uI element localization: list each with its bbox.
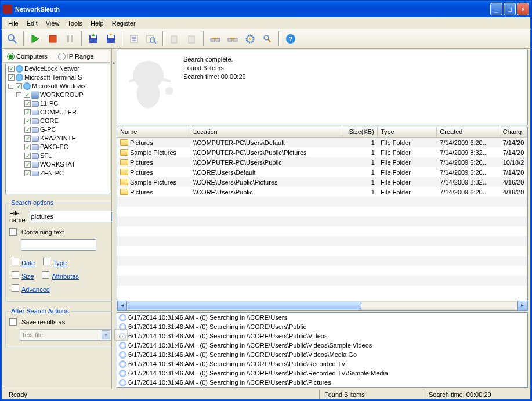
table-row[interactable]: Pictures\\CORE\Users\Public1File Folder7… [117, 187, 527, 197]
log-row[interactable]: i6/17/2014 10:31:46 AM - (0) Searching i… [117, 359, 527, 369]
filename-combo[interactable]: ▼ [30, 211, 122, 222]
filename-input[interactable] [31, 213, 111, 220]
tree-node-label[interactable]: WORKGROUP [40, 91, 84, 99]
menu-help[interactable]: Help [86, 19, 108, 28]
tree-checkbox[interactable]: ✓ [24, 127, 31, 133]
col-type[interactable]: Type [378, 127, 437, 137]
list-button[interactable] [126, 31, 142, 47]
tree-node-label[interactable]: Microsoft Windows [32, 82, 85, 91]
menu-file[interactable]: File [4, 19, 23, 28]
scroll-left-button[interactable]: ◄ [117, 301, 127, 310]
tree-expander[interactable]: − [8, 84, 13, 89]
maximize-button[interactable]: □ [504, 3, 516, 15]
advanced-link[interactable]: Advanced [21, 286, 50, 293]
advanced-checkbox[interactable] [12, 284, 19, 292]
log-row[interactable]: i6/17/2014 10:31:46 AM - (0) Searching i… [117, 378, 527, 387]
tree-checkbox[interactable]: ✓ [24, 170, 31, 176]
tree-node-label[interactable]: 11-PC [40, 99, 58, 108]
radio-iprange[interactable]: IP Range [58, 53, 94, 60]
radio-computers[interactable]: Computers [7, 53, 48, 60]
radio-iprange-input[interactable] [58, 53, 66, 60]
radio-computers-input[interactable] [7, 53, 15, 60]
menu-view[interactable]: View [42, 19, 64, 28]
menu-register[interactable]: Register [108, 19, 140, 28]
search-options-button[interactable] [259, 31, 276, 47]
close-button[interactable]: × [517, 3, 529, 15]
col-name[interactable]: Name [117, 127, 190, 137]
tree-checkbox[interactable]: ✓ [24, 153, 31, 159]
log-row[interactable]: i6/17/2014 10:31:46 AM - (0) Searching i… [117, 322, 527, 331]
tree-checkbox[interactable]: ✓ [24, 161, 31, 168]
browse-button[interactable]: ... [114, 329, 128, 341]
tree-checkbox[interactable]: ✓ [24, 100, 31, 107]
type-link[interactable]: Type [53, 259, 67, 266]
load-button[interactable] [103, 31, 119, 47]
tree-node-label[interactable]: DeviceLock Networ [24, 64, 79, 73]
tree-node-label[interactable]: G-PC [40, 125, 56, 134]
network2-button[interactable] [225, 31, 241, 47]
tree-checkbox[interactable]: ✓ [8, 74, 15, 81]
log-row[interactable]: i6/17/2014 10:31:46 AM - (0) Searching i… [117, 313, 527, 322]
log-row[interactable]: i6/17/2014 10:31:46 AM - (0) Searching i… [117, 369, 527, 378]
tree-node-label[interactable]: PAKO-PC [40, 143, 68, 151]
scroll-right-button[interactable]: ► [517, 301, 527, 310]
table-row[interactable]: Sample Pictures\\CORE\Users\Public\Pictu… [117, 177, 527, 187]
titlebar[interactable]: NetworkSleuth _ □ × [1, 1, 531, 17]
help-button[interactable]: ? [283, 31, 299, 47]
attrs-checkbox[interactable] [42, 271, 49, 279]
tree-node-label[interactable]: SFL [40, 151, 52, 160]
size-checkbox[interactable] [12, 271, 19, 279]
log-row[interactable]: i6/17/2014 10:31:46 AM - (0) Searching i… [117, 350, 527, 359]
tree-checkbox[interactable]: ✓ [24, 144, 31, 150]
log-row[interactable]: i6/17/2014 10:31:46 AM - (0) Searching i… [117, 341, 527, 350]
tree-node-label[interactable]: WORKSTAT [40, 160, 75, 169]
dropdown-arrow-icon[interactable]: ▼ [102, 330, 110, 339]
log-row[interactable]: i6/17/2014 10:31:46 AM - (0) Searching i… [117, 331, 527, 341]
table-row[interactable]: Pictures\\CORE\Users\Default1File Folder… [117, 167, 527, 177]
table-row[interactable]: Pictures\\COMPUTER-PC\Users\Default1File… [117, 138, 527, 147]
date-link[interactable]: Date [21, 259, 35, 266]
network1-button[interactable] [207, 31, 223, 47]
new-search-button[interactable] [4, 31, 20, 47]
start-button[interactable] [27, 31, 44, 47]
stop-button[interactable] [45, 31, 61, 47]
col-size[interactable]: Size(KB) [342, 127, 378, 137]
find-button[interactable] [143, 31, 160, 47]
tree-node-label[interactable]: ZEN-PC [40, 169, 64, 178]
tree-expander[interactable]: − [16, 92, 21, 97]
tree-checkbox[interactable]: ✓ [16, 83, 22, 89]
tree-checkbox[interactable]: ✓ [24, 118, 31, 124]
minimize-button[interactable]: _ [490, 3, 502, 15]
tree-checkbox[interactable]: ✓ [8, 66, 15, 72]
table-row[interactable]: Pictures\\COMPUTER-PC\Users\Public1File … [117, 157, 527, 167]
settings-button[interactable] [242, 31, 258, 47]
save-results-checkbox[interactable] [9, 318, 17, 326]
save-button[interactable] [85, 31, 102, 47]
containing-text-input[interactable] [21, 239, 96, 251]
size-link[interactable]: Size [21, 273, 34, 280]
tree-checkbox[interactable]: ✓ [24, 135, 31, 142]
tree-checkbox[interactable]: ✓ [24, 109, 31, 115]
tree-node-label[interactable]: KRAZYINTE [40, 134, 76, 143]
tree-node-label[interactable]: COMPUTER [40, 108, 77, 117]
type-checkbox[interactable] [43, 258, 50, 265]
tree-node-label[interactable]: CORE [40, 117, 59, 125]
menu-tools[interactable]: Tools [63, 19, 86, 28]
log-panel[interactable]: i6/17/2014 10:31:46 AM - (0) Searching i… [117, 312, 528, 388]
col-changed[interactable]: Chang [500, 127, 527, 137]
containing-checkbox[interactable] [9, 228, 17, 236]
grid-hscrollbar[interactable]: ◄► [117, 301, 527, 310]
table-row-empty [117, 216, 527, 226]
col-created[interactable]: Created [437, 127, 500, 137]
results-grid[interactable]: Name Location Size(KB) Type Created Chan… [117, 127, 528, 311]
format-combo[interactable]: ▼ [20, 329, 112, 341]
attrs-link[interactable]: Attributes [52, 273, 78, 280]
computer-tree[interactable]: ✓DeviceLock Networ ✓Microsoft Terminal S… [5, 64, 110, 194]
table-row[interactable]: Sample Pictures\\COMPUTER-PC\Users\Publi… [117, 147, 527, 157]
tree-node-label[interactable]: Microsoft Terminal S [24, 73, 82, 82]
date-checkbox[interactable] [12, 258, 19, 265]
tree-checkbox[interactable]: ✓ [24, 92, 30, 98]
col-location[interactable]: Location [190, 127, 342, 137]
workgroup-icon [31, 91, 39, 99]
menu-edit[interactable]: Edit [23, 19, 42, 28]
